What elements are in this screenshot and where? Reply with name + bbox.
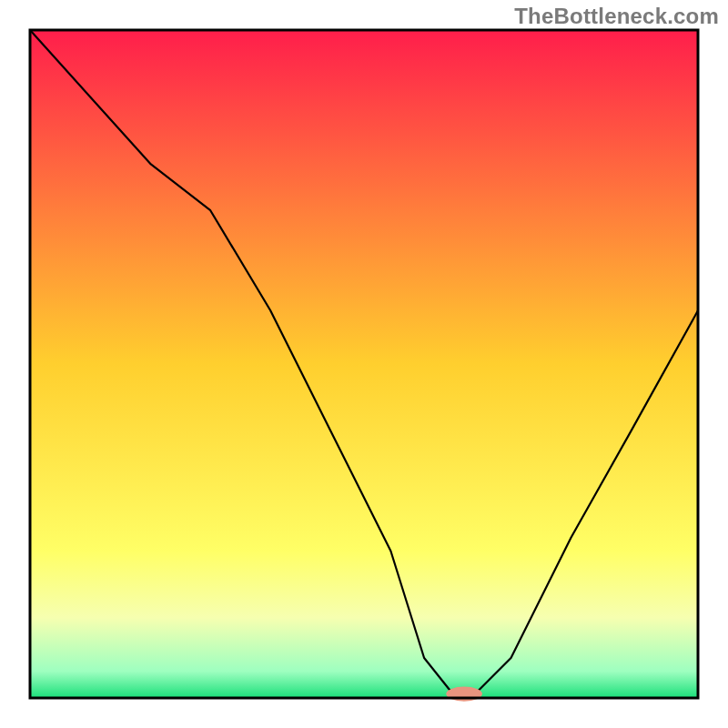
chart-container: TheBottleneck.com	[0, 0, 728, 728]
watermark-text: TheBottleneck.com	[514, 4, 719, 29]
bottleneck-chart	[0, 0, 728, 728]
plot-background	[30, 30, 698, 698]
